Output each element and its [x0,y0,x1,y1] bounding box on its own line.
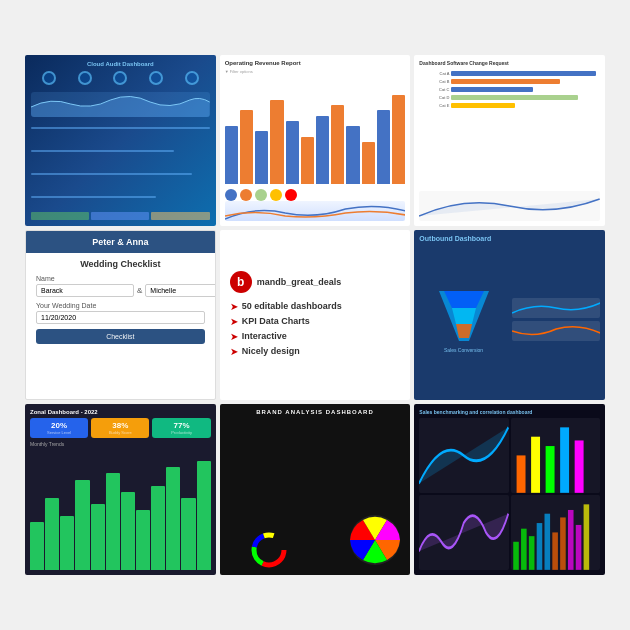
brand-name: mandb_great_deals [257,277,342,287]
cell-change-request: Dashboard Software Change Request Cat A … [414,55,605,226]
brand-chart-area [225,418,406,570]
line-1 [31,127,210,129]
bar-4 [270,100,283,184]
form-title: Wedding Checklist [36,259,205,269]
bb-3 [60,516,74,570]
bar-10 [362,142,375,184]
mini-chart-2 [512,321,600,341]
hbar-row-4: Cat D [419,95,600,100]
bb-11 [181,498,195,570]
hbar-4 [451,95,577,100]
kpi-label-1: Service Level [47,430,71,435]
hbar-3 [451,87,532,92]
feature-item-2: ➤ KPI Data Charts [230,314,401,329]
outbound-title: Outbound Dashboard [419,235,600,242]
circle-1 [42,71,56,85]
kpi-val-2: 38% [112,421,128,430]
bb-6 [106,473,120,570]
bar-6 [301,137,314,184]
date-input[interactable] [36,311,205,324]
bb-12 [197,461,211,570]
line-chart [419,191,600,221]
bb-7 [121,492,135,570]
checklist-button[interactable]: Checklist [36,329,205,344]
metric-4 [270,189,282,201]
line-chart-area [225,201,406,221]
bottom-bar-chart [30,449,211,570]
kpi-row: 20% Service Level 38% Buddy Score 77% Pr… [30,418,211,438]
hbar-row-5: Cat E [419,103,600,108]
bar-2 [240,110,253,183]
feature-item-4: ➤ Nicely design [230,344,401,359]
svg-rect-11 [545,446,554,493]
funnel-left: Sales Conversion [419,245,507,396]
bar-12 [392,95,405,184]
name-input-2[interactable] [145,284,215,297]
bar-11 [377,110,390,183]
bb-2 [45,498,59,570]
metric-circles [225,189,406,201]
svg-rect-13 [574,441,583,493]
bb-1 [30,522,44,570]
circle-4 [149,71,163,85]
cell-sales-benchmark: Sales benchmarking and correlation dashb… [414,404,605,575]
dash-lines [31,117,210,209]
monthly-trends-label: Monthly Trends [30,441,211,447]
line-4 [31,196,156,198]
svg-rect-15 [521,529,527,570]
svg-rect-14 [513,542,519,570]
kpi-label-2: Buddy Score [109,430,132,435]
svg-rect-18 [544,514,550,570]
zonal-title: Zonal Dashboard - 2022 [30,409,211,415]
svg-marker-2 [452,308,476,324]
svg-rect-12 [560,428,569,493]
wedding-names: Peter & Anna [36,237,205,247]
name-input-1[interactable] [36,284,134,297]
arrow-icon-4: ➤ [230,346,238,357]
kpi-val-1: 20% [51,421,67,430]
bar-5 [286,121,299,184]
cell-cloud-audit: Cloud Audit Dashboard [25,55,216,226]
sales-viz-1 [419,418,508,493]
bar-8 [331,105,344,183]
svg-rect-23 [583,505,589,570]
sales-viz-3 [419,495,508,570]
funnel-area: Sales Conversion [419,245,600,396]
hbar-row-3: Cat C [419,87,600,92]
metric-2 [240,189,252,201]
hbar-2 [451,79,559,84]
brand-row: b mandb_great_deals [230,271,401,293]
bar-1 [225,126,238,184]
kpi-label-3: Productivity [171,430,192,435]
svg-rect-16 [529,536,535,570]
line-3 [31,173,192,175]
cell-brand-analysis: BRAND ANALYSIS DASHBOARD [220,404,411,575]
main-container: Cloud Audit Dashboard [0,0,630,630]
bb-9 [151,486,165,570]
sales-bench-title: Sales benchmarking and correlation dashb… [419,409,600,415]
name-label: Name [36,275,205,282]
feature-text-1: 50 editable dashboards [242,301,342,311]
bb-10 [166,467,180,570]
brand-analysis-title: BRAND ANALYSIS DASHBOARD [225,409,406,415]
kpi-card-3: 77% Productivity [152,418,210,438]
revenue-title: Operating Revenue Report [225,60,406,66]
feature-item-1: ➤ 50 editable dashboards [230,299,401,314]
arrow-icon-3: ➤ [230,331,238,342]
bar-7 [316,116,329,184]
metric-3 [255,189,267,201]
svg-rect-21 [568,510,574,570]
date-label: Your Wedding Date [36,302,205,309]
circle-3 [113,71,127,85]
svg-rect-17 [536,523,542,570]
sales-viz-4 [511,495,600,570]
funnel-label: Sales Conversion [444,347,483,353]
name-separator: & [137,286,142,295]
metric-5 [285,189,297,201]
change-request-title: Dashboard Software Change Request [419,60,600,66]
hbar-5 [451,103,514,108]
arrow-icon-1: ➤ [230,301,238,312]
hbar-area: Cat A Cat B Cat C Cat D Cat E [419,69,600,188]
svg-rect-19 [552,533,558,570]
bb-4 [75,480,89,571]
